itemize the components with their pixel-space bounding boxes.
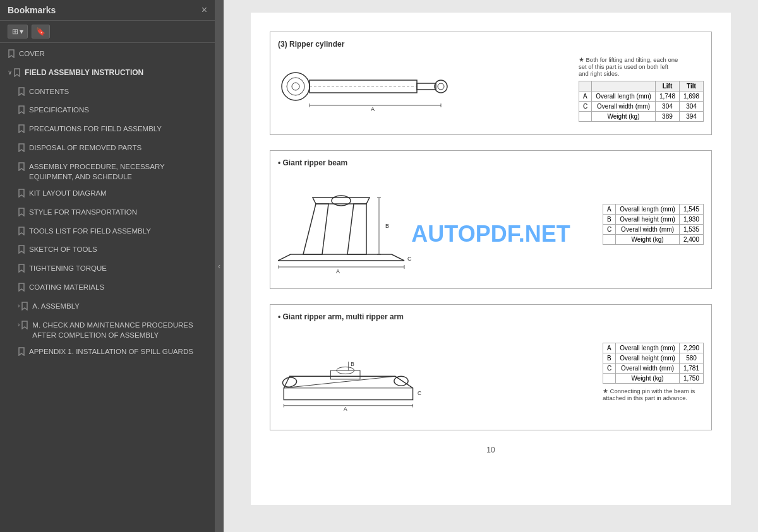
expand-right-icon: › [18, 302, 20, 310]
bookmark-assembly-proc-label: ASSEMBLY PROCEDURE, NECESSARY EQUIPMENT,… [29, 162, 210, 182]
collapse-arrow-icon: ∨ [8, 68, 12, 77]
table-cell: Overall height (mm) [616, 353, 680, 363]
ripper-cylinder-table: Lift Tilt A Overall length (mm) 1,748 1,… [579, 81, 704, 122]
bookmark-kit-layout-label: KIT LAYOUT DIAGRAM [29, 188, 107, 198]
ripper-arm-drawing: B A C [278, 326, 590, 417]
table-cell: A [603, 204, 615, 214]
bookmark-assembly-proc[interactable]: ASSEMBLY PROCEDURE, NECESSARY EQUIPMENT,… [0, 158, 215, 185]
table-cell: 1,535 [679, 224, 703, 234]
table-cell: Overall height (mm) [616, 214, 680, 224]
bookmark-coating[interactable]: COATING MATERIALS [0, 279, 215, 298]
svg-text:C: C [418, 390, 421, 396]
ripper-cylinder-note: ★ Both for lifting and tilting, each one… [579, 56, 680, 77]
bookmark-tools-list[interactable]: TOOLS LIST FOR FIELD ASSEMBLY [0, 223, 215, 242]
table-cell: Weight (kg) [592, 112, 656, 122]
bookmark-style-transport[interactable]: STYLE FOR TRANSPORTATION [0, 204, 215, 223]
section-ripper-beam-label: • Giant ripper beam [278, 158, 704, 167]
bookmark-sketch-tools-label: SKETCH OF TOOLS [29, 244, 97, 254]
table-cell: Overall width (mm) [616, 363, 680, 373]
ripper-arm-note: ★ Connecting pin with the beam is attach… [603, 387, 704, 401]
table-cell: Overall width (mm) [592, 102, 656, 112]
svg-text:B: B [385, 223, 389, 229]
svg-text:A: A [344, 406, 347, 412]
bookmark-cover[interactable]: COVER [0, 45, 215, 64]
close-button[interactable]: × [202, 5, 207, 15]
bookmark-specifications-label: SPECIFICATIONS [29, 105, 89, 115]
section-ripper-cylinder-label: (3) Ripper cylinder [278, 40, 704, 49]
ripper-cylinder-specs: ★ Both for lifting and tilting, each one… [579, 54, 704, 122]
table-cell: Weight (kg) [616, 234, 680, 244]
section-ripper-arm: • Giant ripper arm, multi ripper arm [270, 304, 712, 430]
bookmark-flag-icon-12 [18, 264, 25, 276]
sidebar-toolbar: ⊞ ▾ 🔖 [0, 21, 215, 43]
table-row: Weight (kg) 2,400 [603, 234, 703, 244]
bookmark-sketch-tools[interactable]: SKETCH OF TOOLS [0, 241, 215, 260]
bookmark-flag-icon-11 [18, 245, 25, 257]
table-cell [603, 234, 615, 244]
bookmark-tools-list-label: TOOLS LIST FOR FIELD ASSEMBLY [29, 226, 151, 236]
svg-text:B: B [351, 361, 354, 367]
table-row: A Overall length (mm) 1,545 [603, 204, 703, 214]
bookmark-cover-label: COVER [19, 49, 45, 59]
bookmark-appendix-label: APPENDIX 1. INSTALLATION OF SPILL GUARDS [29, 346, 193, 357]
bookmark-flag-icon-15 [21, 321, 28, 333]
table-cell: C [603, 224, 615, 234]
table-cell: 304 [679, 102, 703, 112]
ripper-arm-table: A Overall length (mm) 2,290 B Overall he… [603, 343, 704, 384]
bookmark-specifications[interactable]: SPECIFICATIONS [0, 102, 215, 121]
table-cell: B [603, 353, 615, 363]
table-row: A Overall length (mm) 2,290 [603, 343, 703, 353]
chevron-down-icon: ▾ [20, 27, 23, 36]
bookmark-appendix[interactable]: APPENDIX 1. INSTALLATION OF SPILL GUARDS [0, 343, 215, 362]
svg-point-7 [438, 83, 444, 90]
table-cell: 1,748 [655, 92, 679, 102]
ripper-beam-table: A Overall length (mm) 1,545 B Overall he… [603, 204, 704, 245]
bookmark-flag-icon-13 [18, 283, 25, 295]
table-cell: 2,400 [679, 234, 703, 244]
table-cell: 1,750 [679, 373, 703, 383]
ripper-arm-specs: A Overall length (mm) 2,290 B Overall he… [603, 343, 704, 401]
ripper-cylinder-drawing: A [278, 58, 566, 117]
bookmark-flag-icon-7 [18, 162, 25, 174]
table-row: Weight (kg) 1,750 [603, 373, 703, 383]
svg-point-23 [394, 376, 408, 386]
bookmark-precautions[interactable]: PRECAUTIONS FOR FIELD ASSEMBLY [0, 121, 215, 139]
bookmark-icon: 🔖 [36, 27, 45, 36]
ripper-cylinder-diagram: A ★ Both for lifting and tilting, each o… [278, 54, 704, 122]
bookmark-tightening-label: TIGHTENING TORQUE [29, 263, 107, 273]
svg-point-2 [292, 83, 299, 90]
chevron-left-icon: ‹ [218, 262, 220, 271]
bookmark-field-assembly[interactable]: ∨ FIELD ASSEMBLY INSTRUCTION [0, 64, 215, 83]
bookmark-flag-icon-14 [21, 302, 28, 314]
bookmark-check-maint[interactable]: › M. CHECK AND MAINTENANCE PROCEDURES AF… [0, 317, 215, 343]
table-cell: A [603, 343, 615, 353]
table-cell: C [603, 363, 615, 373]
bookmark-disposal[interactable]: DISPOSAL OF REMOVED PARTS [0, 139, 215, 158]
expand-button[interactable]: ⊞ ▾ [8, 25, 28, 38]
bookmark-assembly-a-label: A. Assembly [32, 301, 80, 311]
sidebar-header: Bookmarks × [0, 0, 215, 21]
table-cell: B [603, 214, 615, 224]
bookmark-style-transport-label: STYLE FOR TRANSPORTATION [29, 207, 137, 217]
sidebar-title: Bookmarks [8, 5, 56, 15]
bookmark-coating-label: COATING MATERIALS [29, 282, 104, 292]
svg-text:C: C [407, 256, 412, 262]
svg-text:A: A [336, 268, 340, 273]
table-header-empty [579, 81, 591, 92]
table-cell: 1,930 [679, 214, 703, 224]
collapse-panel-button[interactable]: ‹ [215, 0, 224, 532]
svg-point-0 [282, 73, 310, 100]
ripper-beam-svg: B A C [278, 172, 442, 273]
bookmark-view-button[interactable]: 🔖 [32, 25, 50, 38]
main-content: AUTOPDF.NET (3) Ripper cylinder [224, 0, 758, 532]
ripper-arm-diagram: B A C A Ove [278, 326, 704, 417]
section-ripper-beam: • Giant ripper beam [270, 150, 712, 289]
bookmark-contents[interactable]: CONTENTS [0, 83, 215, 102]
bookmark-assembly-a[interactable]: › A. Assembly [0, 298, 215, 317]
bookmark-flag-icon-16 [18, 347, 25, 359]
table-header-lift: Lift [655, 81, 679, 92]
bookmark-kit-layout[interactable]: KIT LAYOUT DIAGRAM [0, 185, 215, 204]
bookmark-tightening[interactable]: TIGHTENING TORQUE [0, 260, 215, 279]
table-cell: A [579, 92, 591, 102]
ripper-cylinder-svg: A [278, 58, 467, 115]
